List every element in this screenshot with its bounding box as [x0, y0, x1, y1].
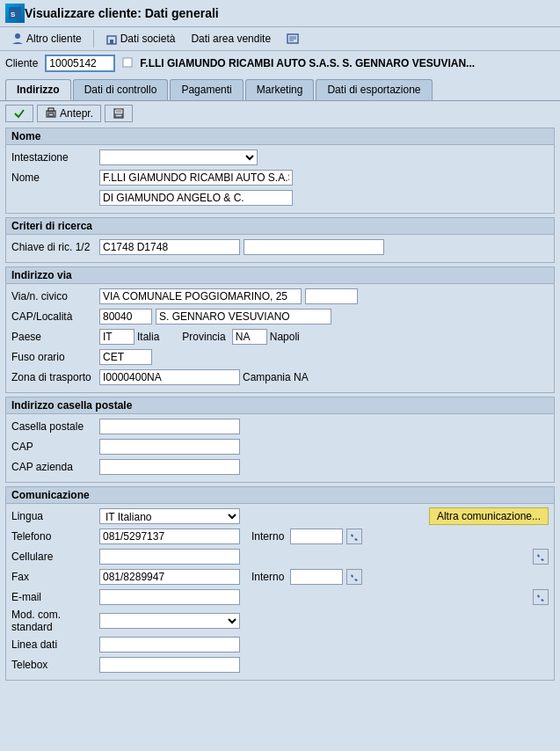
tab-marketing[interactable]: Marketing	[245, 79, 315, 100]
tab-dati-controllo[interactable]: Dati di controllo	[73, 79, 169, 100]
interno2-input[interactable]	[290, 569, 343, 585]
zona-row: Zona di trasporto Campania NA	[11, 368, 549, 386]
phone-icon	[350, 532, 359, 541]
indirizzo-postale-body: Casella postale CAP CAP azienda	[6, 414, 554, 482]
nome2-row	[11, 189, 549, 207]
indirizzo-via-title: Indirizzo via	[6, 267, 554, 284]
email-label: E-mail	[11, 591, 99, 603]
svg-text:S: S	[11, 11, 16, 18]
altra-comunicazione-button[interactable]: Altra comunicazione...	[429, 507, 549, 525]
intestazione-row: Intestazione	[11, 149, 549, 166]
nome1-input[interactable]	[99, 170, 293, 186]
provincia-label: Provincia	[179, 330, 228, 344]
telefono-input[interactable]	[99, 529, 240, 544]
save-icon	[113, 107, 125, 120]
cliente-label: Cliente	[5, 57, 38, 69]
lingua-label: Lingua	[11, 510, 99, 522]
header-row: Cliente F.LLI GIAMUNDO RICAMBI AUTO S.A.…	[0, 51, 560, 76]
criteri-title: Criteri di ricerca	[6, 218, 554, 235]
indirizzo-via-section: Indirizzo via Via/n. civico CAP/Località…	[5, 266, 555, 393]
fax-row: Fax Interno	[11, 568, 549, 586]
cellulare-label: Cellulare	[11, 550, 99, 563]
altro-cliente-button[interactable]: Altro cliente	[5, 30, 88, 47]
export-button[interactable]	[280, 30, 305, 47]
interno1-label: Interno	[249, 529, 287, 543]
sap-logo: S	[5, 4, 25, 23]
indirizzo-postale-title: Indirizzo casella postale	[6, 397, 554, 414]
person-icon	[11, 33, 24, 45]
mod-com-label: Mod. com. standard	[11, 609, 99, 633]
telebox-input[interactable]	[99, 657, 240, 673]
via-input[interactable]	[99, 288, 302, 304]
indirizzo-postale-section: Indirizzo casella postale Casella postal…	[5, 397, 555, 483]
tab-indirizzo[interactable]: Indirizzo	[5, 79, 71, 100]
telefono-row: Telefono Interno	[11, 528, 549, 545]
svg-rect-9	[123, 58, 132, 67]
fax-input[interactable]	[99, 569, 240, 585]
comunicazione-title: Comunicazione	[6, 487, 554, 504]
comunicazione-section: Comunicazione Lingua IT Italiano Altra c…	[5, 486, 555, 681]
linea-dati-row: Linea dati	[11, 636, 549, 653]
localita-input[interactable]	[156, 309, 331, 324]
dati-societa-button[interactable]: Dati società	[99, 30, 182, 47]
cliente-input[interactable]	[45, 55, 115, 72]
paese-name: Italia	[135, 330, 162, 344]
intestazione-label: Intestazione	[11, 151, 99, 164]
tab-pagamenti[interactable]: Pagamenti	[170, 79, 243, 100]
fax-phone-icon	[350, 572, 359, 581]
svg-rect-14	[116, 109, 121, 113]
email-row: E-mail	[11, 588, 549, 606]
cellulare-phone-icon	[536, 552, 545, 561]
via-extra-input[interactable]	[305, 288, 358, 304]
cap-postale-label: CAP	[11, 441, 99, 453]
nome2-input[interactable]	[99, 190, 293, 206]
fax-label: Fax	[11, 571, 99, 583]
chiave2-input[interactable]	[244, 239, 384, 255]
via-label: Via/n. civico	[11, 290, 99, 303]
intestazione-select[interactable]	[99, 149, 258, 165]
email-link-button[interactable]	[533, 589, 549, 605]
interno2-label: Interno	[249, 570, 287, 584]
zona-input[interactable]	[99, 369, 240, 385]
cellulare-input[interactable]	[99, 549, 240, 565]
dati-area-vendite-button[interactable]: Dati area vendite	[185, 30, 277, 47]
chiave-row: Chiave di ric. 1/2	[11, 238, 549, 256]
telefono-label: Telefono	[11, 530, 99, 543]
comunicazione-body: Lingua IT Italiano Altra comunicazione..…	[6, 504, 554, 680]
check-button[interactable]	[5, 105, 33, 122]
mod-com-select[interactable]	[99, 613, 240, 629]
linea-dati-label: Linea dati	[11, 638, 99, 651]
fuso-row: Fuso orario	[11, 348, 549, 366]
provincia-code-input[interactable]	[232, 329, 267, 345]
linea-dati-input[interactable]	[99, 637, 240, 653]
cap-input[interactable]	[99, 309, 152, 324]
tab-dati-esportazione[interactable]: Dati di esportazione	[316, 79, 432, 100]
fax-link-button[interactable]	[346, 569, 362, 585]
fuso-input[interactable]	[99, 349, 152, 365]
interno1-input[interactable]	[290, 529, 343, 544]
telefono-link-button[interactable]	[346, 529, 362, 544]
svg-rect-11	[48, 108, 54, 112]
casella-input[interactable]	[99, 419, 240, 434]
chiave-input[interactable]	[99, 239, 240, 255]
cap-postale-input[interactable]	[99, 439, 240, 455]
nome1-row: Nome	[11, 169, 549, 186]
nome-section: Nome Intestazione Nome	[5, 128, 555, 214]
paese-code-input[interactable]	[99, 329, 135, 345]
action-bar: Antepr.	[5, 105, 555, 122]
casella-label: Casella postale	[11, 420, 99, 433]
cap-localita-row: CAP/Località	[11, 308, 549, 325]
zona-label: Zona di trasporto	[11, 371, 99, 383]
save-button[interactable]	[105, 105, 133, 122]
cap-localita-label: CAP/Località	[11, 310, 99, 323]
email-input[interactable]	[99, 589, 240, 605]
cliente-description: F.LLI GIAMUNDO RICAMBI AUTO S.A.S. S. GE…	[140, 57, 475, 69]
cellulare-link-button[interactable]	[533, 549, 549, 565]
cap-azienda-input[interactable]	[99, 459, 240, 475]
anteprima-button[interactable]: Antepr.	[37, 105, 101, 122]
lingua-select[interactable]: IT Italiano	[99, 508, 240, 524]
nome-label: Nome	[11, 171, 99, 184]
paese-label: Paese	[11, 331, 99, 343]
mod-com-row: Mod. com. standard	[11, 609, 549, 633]
nome-body: Intestazione Nome	[6, 145, 554, 213]
